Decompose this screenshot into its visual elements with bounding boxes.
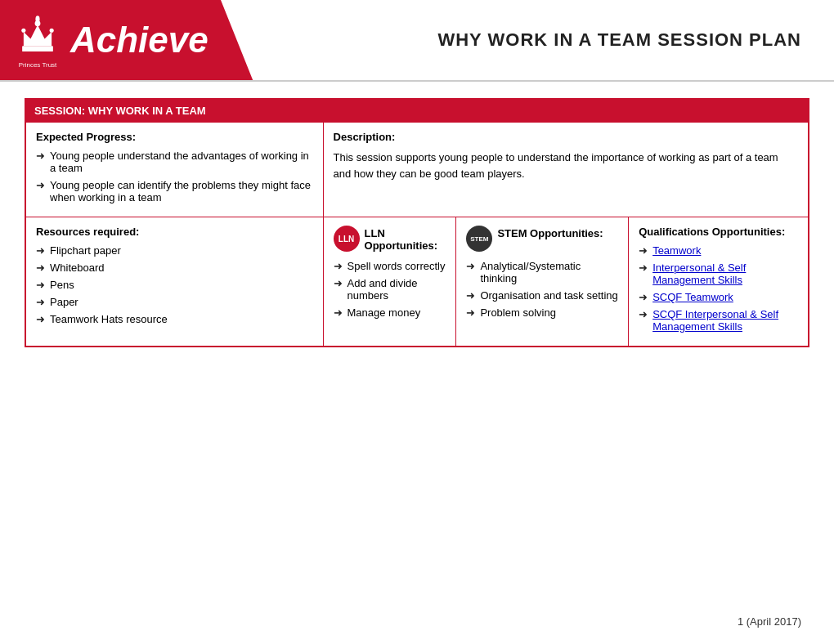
stem-cell: STEM STEM Opportunities: Analytical/Syst… <box>456 217 629 347</box>
expected-progress-list: Young people understand the advantages o… <box>36 150 313 203</box>
quals-link-4[interactable]: SCQF Interpersonal & Self Management Ski… <box>652 308 798 333</box>
list-item: SCQF Teamwork <box>639 291 798 303</box>
expected-progress-label: Expected Progress: <box>36 131 313 143</box>
lln-cell: LLN LLN Opportunities: Spell words corre… <box>323 217 456 347</box>
list-item: Young people understand the advantages o… <box>36 150 313 174</box>
expected-progress-cell: Expected Progress: Young people understa… <box>25 123 323 217</box>
resources-list: Flipchart paper Whiteboard Pens Paper Te… <box>36 244 313 325</box>
lln-badge: LLN <box>334 226 360 252</box>
quals-link-3[interactable]: SCQF Teamwork <box>652 291 733 303</box>
list-item: Paper <box>36 296 313 308</box>
list-item: Young people can identify the problems t… <box>36 179 313 203</box>
achieve-label: Achieve <box>70 20 208 60</box>
description-cell: Description: This session supports young… <box>323 123 809 217</box>
svg-point-2 <box>21 28 25 32</box>
list-item: Teamwork <box>639 244 798 257</box>
svg-point-3 <box>50 28 54 32</box>
lln-list: Spell words correctly Add and divide num… <box>334 260 446 319</box>
footer-text: 1 (April 2017) <box>738 615 801 628</box>
description-text: This session supports young people to un… <box>334 150 798 181</box>
session-header-row: SESSION: WHY WORK IN A TEAM <box>25 99 809 123</box>
list-item: Problem solving <box>466 306 618 319</box>
svg-rect-0 <box>22 46 53 51</box>
princes-trust-label: Princes Trust <box>13 61 62 69</box>
list-item: Organisation and task setting <box>466 289 618 302</box>
resources-cell: Resources required: Flipchart paper Whit… <box>25 217 323 347</box>
stem-list: Analytical/Systematic thinking Organisat… <box>466 260 618 319</box>
top-content-row: Expected Progress: Young people understa… <box>25 123 809 217</box>
list-item: Add and divide numbers <box>334 277 446 302</box>
princes-trust-logo: Princes Trust <box>13 12 62 69</box>
description-label: Description: <box>334 131 798 143</box>
stem-label: STEM Opportunities: <box>497 226 603 239</box>
list-item: Whiteboard <box>36 262 313 274</box>
lln-label: LLN Opportunities: <box>365 226 446 252</box>
bottom-content-row: Resources required: Flipchart paper Whit… <box>25 217 809 347</box>
session-header: SESSION: WHY WORK IN A TEAM <box>25 99 809 123</box>
quals-link-1[interactable]: Teamwork <box>652 244 701 257</box>
quals-label: Qualifications Opportunities: <box>639 226 798 238</box>
svg-point-4 <box>35 16 39 23</box>
list-item: Pens <box>36 279 313 291</box>
list-item: SCQF Interpersonal & Self Management Ski… <box>639 308 798 333</box>
quals-cell: Qualifications Opportunities: Teamwork I… <box>629 217 809 347</box>
list-item: Teamwork Hats resource <box>36 313 313 325</box>
quals-link-2[interactable]: Interpersonal & Self Management Skills <box>652 262 798 286</box>
list-item: Interpersonal & Self Management Skills <box>639 262 798 286</box>
list-item: Analytical/Systematic thinking <box>466 260 618 284</box>
resources-label: Resources required: <box>36 226 313 238</box>
list-item: Manage money <box>334 306 446 319</box>
stem-badge: STEM <box>466 226 492 252</box>
list-item: Spell words correctly <box>334 260 446 272</box>
quals-list: Teamwork Interpersonal & Self Management… <box>639 244 798 333</box>
list-item: Flipchart paper <box>36 244 313 257</box>
page-title: WHY WORK IN A TEAM SESSION PLAN <box>437 29 801 51</box>
